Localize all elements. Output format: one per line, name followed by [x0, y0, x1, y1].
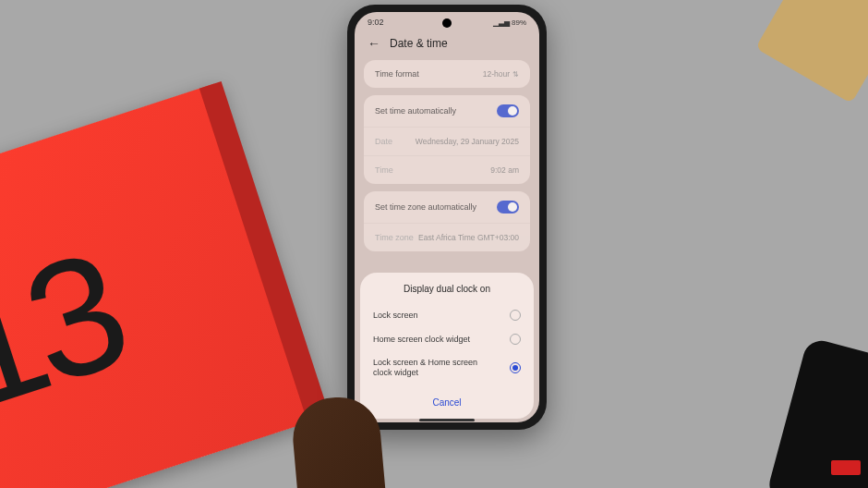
radio-icon: [510, 334, 521, 345]
time-format-label: Time format: [375, 69, 419, 79]
time-label: Time: [375, 165, 393, 175]
background-object-wood: [755, 0, 868, 104]
app-header: ← Date & time: [355, 29, 539, 60]
auto-timezone-toggle[interactable]: [497, 201, 519, 214]
option-label: Lock screen: [373, 311, 418, 321]
watermark-label: [831, 460, 861, 475]
camera-notch: [442, 18, 452, 28]
auto-time-label: Set time automatically: [375, 106, 456, 116]
box-number-text: 13: [0, 214, 141, 448]
background-product-box: 13: [0, 84, 322, 488]
timezone-row: Time zone East Africa Time GMT+03:00: [364, 223, 530, 251]
timezone-value: East Africa Time GMT+03:00: [418, 233, 519, 242]
dual-clock-sheet: Display dual clock on Lock screen Home s…: [360, 273, 534, 419]
option-lock-screen[interactable]: Lock screen: [373, 303, 521, 327]
back-icon[interactable]: ←: [368, 36, 380, 51]
box-edge: [199, 81, 330, 422]
status-icons: ▁▃▅ 89%: [493, 18, 526, 27]
option-both[interactable]: Lock screen & Home screen clock widget: [373, 351, 521, 384]
auto-timezone-label: Set time zone automatically: [375, 202, 476, 212]
cancel-button[interactable]: Cancel: [373, 388, 521, 411]
sheet-title: Display dual clock on: [373, 284, 521, 294]
time-row: Time 9:02 am: [364, 155, 530, 184]
status-time: 9:02: [368, 18, 384, 27]
phone-screen: 9:02 ▁▃▅ 89% ← Date & time Time format 1…: [355, 12, 539, 422]
date-row: Date Wednesday, 29 January 2025: [364, 127, 530, 155]
page-title: Date & time: [390, 37, 448, 50]
battery-text: 89%: [512, 18, 526, 27]
option-label: Lock screen & Home screen clock widget: [373, 358, 493, 378]
option-label: Home screen clock widget: [373, 335, 470, 345]
time-format-card: Time format 12-hour ⇅: [364, 60, 530, 88]
auto-timezone-row[interactable]: Set time zone automatically: [364, 191, 530, 223]
timezone-label: Time zone: [375, 233, 414, 242]
time-format-row[interactable]: Time format 12-hour ⇅: [364, 60, 530, 88]
time-value: 9:02 am: [490, 165, 519, 175]
auto-timezone-card: Set time zone automatically Time zone Ea…: [364, 191, 530, 251]
auto-time-toggle[interactable]: [497, 104, 519, 117]
date-label: Date: [375, 137, 392, 146]
chevron-updown-icon: ⇅: [512, 70, 519, 79]
auto-time-row[interactable]: Set time automatically: [364, 95, 530, 127]
time-format-value: 12-hour ⇅: [483, 69, 519, 79]
radio-icon: [510, 310, 521, 321]
auto-time-card: Set time automatically Date Wednesday, 2…: [364, 95, 530, 184]
navigation-handle[interactable]: [419, 419, 475, 421]
signal-icon: ▁▃▅: [493, 18, 510, 27]
date-value: Wednesday, 29 January 2025: [416, 137, 519, 146]
option-home-widget[interactable]: Home screen clock widget: [373, 327, 521, 351]
radio-icon-selected: [510, 362, 521, 373]
settings-list: Time format 12-hour ⇅ Set time automatic…: [355, 60, 539, 251]
phone-frame: 9:02 ▁▃▅ 89% ← Date & time Time format 1…: [347, 5, 547, 430]
